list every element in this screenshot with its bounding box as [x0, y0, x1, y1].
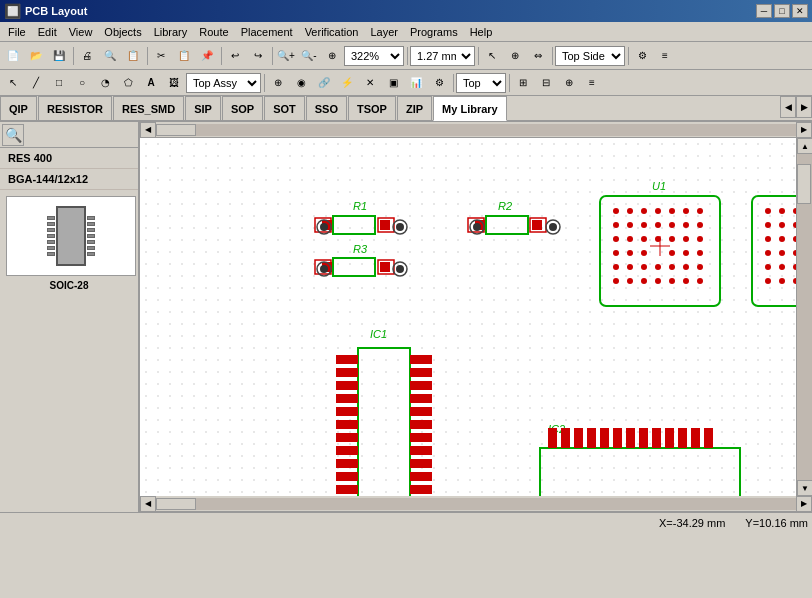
- scroll-right-btn-bottom[interactable]: ▶: [796, 496, 812, 512]
- circle-tool[interactable]: ○: [71, 72, 93, 94]
- unroute-button[interactable]: ✕: [359, 72, 381, 94]
- menu-verification[interactable]: Verification: [299, 24, 365, 40]
- comp-toolbar-btn4[interactable]: ≡: [581, 72, 603, 94]
- menu-route[interactable]: Route: [193, 24, 234, 40]
- menu-objects[interactable]: Objects: [98, 24, 147, 40]
- tabs-scroll-right[interactable]: ▶: [796, 96, 812, 118]
- zoom-out-button[interactable]: 🔍-: [298, 45, 320, 67]
- 3d-button[interactable]: ▣: [382, 72, 404, 94]
- search-button[interactable]: 🔍: [2, 124, 24, 146]
- ic1-left-pins: [336, 355, 358, 496]
- print-button[interactable]: 🖨: [76, 45, 98, 67]
- minimize-button[interactable]: ─: [756, 4, 772, 18]
- origin-button[interactable]: ⊕: [504, 45, 526, 67]
- svg-rect-104: [410, 394, 432, 403]
- new-button[interactable]: 📄: [2, 45, 24, 67]
- soic-pins-left: [47, 216, 55, 256]
- h-scroll-thumb[interactable]: [156, 124, 196, 136]
- menu-view[interactable]: View: [63, 24, 99, 40]
- polygon-tool[interactable]: ⬠: [117, 72, 139, 94]
- tab-sot[interactable]: SOT: [264, 96, 305, 120]
- line-tool[interactable]: ╱: [25, 72, 47, 94]
- menu-layer[interactable]: Layer: [364, 24, 404, 40]
- maximize-button[interactable]: □: [774, 4, 790, 18]
- tab-res-smd[interactable]: RES_SMD: [113, 96, 184, 120]
- tab-zip[interactable]: ZIP: [397, 96, 432, 120]
- svg-point-35: [697, 264, 703, 270]
- h-scroll-thumb-bottom[interactable]: [156, 498, 196, 510]
- tab-tsop[interactable]: TSOP: [348, 96, 396, 120]
- print-setup-button[interactable]: 📋: [122, 45, 144, 67]
- cursor-button[interactable]: ↖: [481, 45, 503, 67]
- menu-library[interactable]: Library: [148, 24, 194, 40]
- tabs-scroll-left[interactable]: ◀: [780, 96, 796, 118]
- zoom-in-button[interactable]: 🔍+: [275, 45, 297, 67]
- scroll-left-btn[interactable]: ◀: [140, 122, 156, 138]
- scroll-down-btn[interactable]: ▼: [797, 480, 812, 496]
- close-button[interactable]: ✕: [792, 4, 808, 18]
- pin: [87, 246, 95, 250]
- rect-tool[interactable]: □: [48, 72, 70, 94]
- redo-button[interactable]: ↪: [247, 45, 269, 67]
- mirror-button[interactable]: ⇔: [527, 45, 549, 67]
- open-button[interactable]: 📂: [25, 45, 47, 67]
- svg-point-45: [765, 208, 771, 214]
- copy-button[interactable]: 📋: [173, 45, 195, 67]
- comp-toolbar-btn2[interactable]: ⊟: [535, 72, 557, 94]
- zoom-select[interactable]: 322% 100% 200% 400%: [344, 46, 404, 66]
- toolbar-draw: ↖ ╱ □ ○ ◔ ⬠ A 🖼 Top Assy Bottom Assy Top…: [0, 70, 812, 96]
- tab-resistor[interactable]: RESISTOR: [38, 96, 112, 120]
- tab-my-library[interactable]: My Library: [433, 96, 507, 121]
- zoom-area-button[interactable]: ⊕: [321, 45, 343, 67]
- via-button[interactable]: ⊕: [267, 72, 289, 94]
- select-tool[interactable]: ↖: [2, 72, 24, 94]
- ratsnest-button[interactable]: ⚡: [336, 72, 358, 94]
- scroll-right-btn[interactable]: ▶: [796, 122, 812, 138]
- pcb-canvas[interactable]: R1 R2: [140, 138, 796, 496]
- svg-rect-106: [410, 420, 432, 429]
- svg-point-29: [613, 264, 619, 270]
- pad-button[interactable]: ◉: [290, 72, 312, 94]
- paste-button[interactable]: 📌: [196, 45, 218, 67]
- app-title: PCB Layout: [25, 5, 756, 17]
- tab-sop[interactable]: SOP: [222, 96, 263, 120]
- scroll-up-btn[interactable]: ▲: [797, 138, 812, 154]
- component-res400[interactable]: RES 400: [0, 148, 138, 169]
- component-bga144[interactable]: BGA-144/12x12: [0, 169, 138, 190]
- h-scroll-track[interactable]: [156, 124, 796, 136]
- options-button[interactable]: ≡: [654, 45, 676, 67]
- print-preview-button[interactable]: 🔍: [99, 45, 121, 67]
- menu-placement[interactable]: Placement: [235, 24, 299, 40]
- scroll-left-btn-bottom[interactable]: ◀: [140, 496, 156, 512]
- h-scroll-track-bottom[interactable]: [156, 498, 796, 510]
- text-tool[interactable]: A: [140, 72, 162, 94]
- svg-rect-92: [336, 407, 358, 416]
- menu-edit[interactable]: Edit: [32, 24, 63, 40]
- tab-sip[interactable]: SIP: [185, 96, 221, 120]
- undo-button[interactable]: ↩: [224, 45, 246, 67]
- nc-button[interactable]: ⚙: [428, 72, 450, 94]
- tab-sso[interactable]: SSO: [306, 96, 347, 120]
- svg-rect-88: [336, 355, 358, 364]
- svg-point-79: [765, 278, 771, 284]
- v-scroll-thumb[interactable]: [797, 164, 811, 204]
- gerber-button[interactable]: 📊: [405, 72, 427, 94]
- copper-select[interactable]: Top Bottom: [456, 73, 506, 93]
- v-scroll-track[interactable]: [797, 154, 812, 480]
- unit-select[interactable]: 1.27 mm 0.1 mm 1 mil: [410, 46, 475, 66]
- menu-help[interactable]: Help: [464, 24, 499, 40]
- menu-file[interactable]: File: [2, 24, 32, 40]
- comp-toolbar-btn1[interactable]: ⊞: [512, 72, 534, 94]
- cut-button[interactable]: ✂: [150, 45, 172, 67]
- route-button[interactable]: 🔗: [313, 72, 335, 94]
- image-tool[interactable]: 🖼: [163, 72, 185, 94]
- layer-select[interactable]: Top Assy Bottom Assy Top Silk: [186, 73, 261, 93]
- arc-tool[interactable]: ◔: [94, 72, 116, 94]
- side-select[interactable]: Top Side Bottom Side: [555, 46, 625, 66]
- tab-qip[interactable]: QIP: [0, 96, 37, 120]
- svg-point-2: [613, 208, 619, 214]
- drc-button[interactable]: ⚙: [631, 45, 653, 67]
- comp-toolbar-btn3[interactable]: ⊕: [558, 72, 580, 94]
- save-button[interactable]: 💾: [48, 45, 70, 67]
- menu-programs[interactable]: Programs: [404, 24, 464, 40]
